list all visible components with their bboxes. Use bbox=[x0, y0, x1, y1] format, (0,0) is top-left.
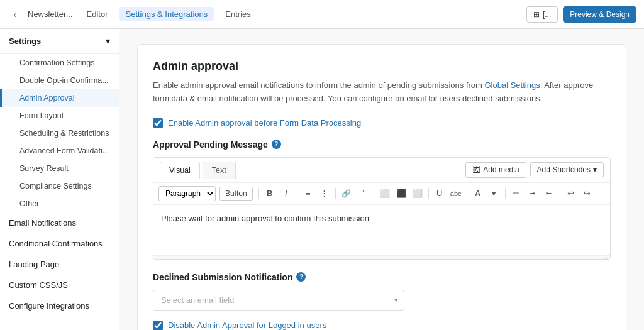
sidebar-item-configure-integrations[interactable]: Configure Integrations bbox=[0, 295, 119, 316]
global-settings-link[interactable]: Global Settings bbox=[485, 80, 540, 90]
enable-checkbox-row: Enable Admin approval before Form Data P… bbox=[153, 118, 611, 128]
toolbar-undo-button[interactable]: ↩ bbox=[564, 186, 579, 201]
resize-icon: ⌟ bbox=[604, 254, 608, 260]
disable-checkbox-row: Disable Admin Approval for Logged in use… bbox=[153, 321, 611, 330]
declined-section-title: Declined Submission Notification ? bbox=[153, 272, 611, 282]
main-layout: Settings ▾ Confirmation Settings Double … bbox=[0, 29, 644, 330]
sidebar-item-double-optin[interactable]: Double Opt-in Confirma... bbox=[0, 72, 119, 89]
enable-admin-approval-label[interactable]: Enable Admin approval before Form Data P… bbox=[168, 118, 361, 128]
editor-body[interactable]: Please wait for admin approval to confir… bbox=[153, 205, 610, 255]
toolbar-blockquote-button[interactable]: " bbox=[355, 186, 370, 201]
tab-entries[interactable]: Entries bbox=[219, 7, 257, 21]
sidebar-title: Settings bbox=[9, 36, 41, 46]
nav-action-buttons: ⊞ [... Preview & Design bbox=[526, 6, 636, 23]
main-content: Admin approval Enable admin approval ema… bbox=[119, 29, 644, 330]
toolbar-font-color-button[interactable]: A bbox=[470, 186, 486, 201]
toolbar-highlight-button[interactable]: ▾ bbox=[487, 186, 502, 201]
sidebar-item-confirmation-settings[interactable]: Confirmation Settings bbox=[0, 54, 119, 72]
sidebar-item-survey-result[interactable]: Survey Result bbox=[0, 160, 119, 177]
page-title: Admin approval bbox=[153, 60, 611, 73]
toolbar-bold-button[interactable]: B bbox=[262, 186, 277, 201]
sidebar-item-compliance[interactable]: Compliance Settings bbox=[0, 177, 119, 195]
declined-help-icon[interactable]: ? bbox=[296, 272, 306, 282]
add-media-button[interactable]: 🖼 Add media bbox=[465, 162, 526, 178]
toolbar-separator-8 bbox=[560, 188, 560, 199]
toolbar-align-left-button[interactable]: ⬜ bbox=[377, 186, 392, 201]
tab-editor[interactable]: Editor bbox=[80, 7, 114, 21]
sidebar-item-custom-css-js[interactable]: Custom CSS/JS bbox=[0, 275, 119, 295]
tab-settings-integrations[interactable]: Settings & Integrations bbox=[119, 7, 214, 21]
editor-resize-handle[interactable]: ⌟ bbox=[153, 255, 610, 259]
approval-pending-editor: Visual Text 🖼 Add media Add Shortcodes ▾ bbox=[153, 157, 611, 260]
sidebar-item-landing-page[interactable]: Landing Page bbox=[0, 254, 119, 275]
shortcodes-chevron-icon: ▾ bbox=[593, 165, 597, 174]
preview-design-button[interactable]: Preview & Design bbox=[563, 6, 636, 23]
icon-btn-icon: ⊞ bbox=[533, 10, 540, 19]
toolbar-ol-button[interactable]: ⋮ bbox=[317, 186, 332, 201]
sidebar-item-other[interactable]: Other bbox=[0, 195, 119, 212]
toolbar-align-right-button[interactable]: ⬜ bbox=[410, 186, 425, 201]
approval-pending-section-title: Approval Pending Message ? bbox=[153, 140, 611, 150]
sidebar-item-advanced-validation[interactable]: Advanced Form Validati... bbox=[0, 142, 119, 160]
approval-pending-help-icon[interactable]: ? bbox=[272, 140, 281, 149]
toolbar-redo-button[interactable]: ↪ bbox=[580, 186, 595, 201]
disable-admin-approval-label[interactable]: Disable Admin Approval for Logged in use… bbox=[168, 321, 326, 330]
toolbar-separator-1 bbox=[258, 188, 259, 199]
app-title: Newsletter... bbox=[28, 9, 73, 19]
add-media-icon: 🖼 bbox=[472, 165, 480, 175]
disable-admin-approval-checkbox[interactable] bbox=[153, 321, 163, 330]
toolbar-separator-3 bbox=[335, 188, 336, 199]
sidebar-item-conditional-confirmations[interactable]: Conditional Confirmations bbox=[0, 233, 119, 254]
top-navigation: ‹ Newsletter... Editor Settings & Integr… bbox=[0, 0, 644, 29]
toolbar-pencil-button[interactable]: ✏ bbox=[509, 186, 524, 201]
enable-admin-approval-checkbox[interactable] bbox=[153, 118, 163, 128]
collapse-icon[interactable]: ▾ bbox=[106, 36, 110, 46]
editor-right-buttons: 🖼 Add media Add Shortcodes ▾ bbox=[465, 162, 604, 178]
email-field-select-wrapper: Select an email field ▾ bbox=[153, 290, 404, 311]
toolbar-link-button[interactable]: 🔗 bbox=[339, 186, 354, 201]
toolbar-outdent-button[interactable]: ⇤ bbox=[541, 186, 557, 201]
paragraph-select[interactable]: Paragraph bbox=[158, 186, 216, 201]
sidebar-item-scheduling[interactable]: Scheduling & Restrictions bbox=[0, 124, 119, 142]
toolbar-separator-5 bbox=[428, 188, 429, 199]
sidebar-item-form-layout[interactable]: Form Layout bbox=[0, 107, 119, 124]
sidebar-header: Settings ▾ bbox=[0, 29, 119, 54]
toolbar-button-label[interactable]: Button bbox=[219, 187, 253, 201]
toolbar-ul-button[interactable]: ≡ bbox=[301, 186, 316, 201]
editor-toolbar: Paragraph Button B I ≡ ⋮ 🔗 " ⬜ ⬛ ⬜ bbox=[153, 183, 610, 205]
toolbar-indent-button[interactable]: ⇥ bbox=[525, 186, 540, 201]
toolbar-italic-button[interactable]: I bbox=[279, 186, 294, 201]
icon-btn[interactable]: ⊞ [... bbox=[526, 6, 558, 23]
editor-tab-text[interactable]: Text bbox=[203, 162, 236, 179]
toolbar-separator-7 bbox=[505, 188, 506, 199]
editor-tab-visual[interactable]: Visual bbox=[160, 162, 200, 179]
page-description: Enable admin approval email notification… bbox=[153, 79, 611, 106]
toolbar-separator-6 bbox=[467, 188, 467, 199]
toolbar-strikethrough-button[interactable]: abc bbox=[448, 186, 464, 201]
toolbar-underline-button[interactable]: U bbox=[432, 186, 447, 201]
sidebar: Settings ▾ Confirmation Settings Double … bbox=[0, 29, 119, 330]
toolbar-separator-2 bbox=[297, 188, 297, 199]
email-field-select[interactable]: Select an email field bbox=[153, 290, 404, 311]
sidebar-item-admin-approval[interactable]: Admin Approval bbox=[0, 89, 119, 107]
toolbar-align-center-button[interactable]: ⬛ bbox=[394, 186, 409, 201]
sidebar-item-email-notifications[interactable]: Email Notifications bbox=[0, 212, 119, 233]
content-card: Admin approval Enable admin approval ema… bbox=[137, 44, 626, 330]
toolbar-separator-4 bbox=[374, 188, 374, 199]
icon-btn-label: [... bbox=[543, 10, 551, 19]
back-button[interactable]: ‹ bbox=[8, 7, 23, 22]
add-shortcodes-button[interactable]: Add Shortcodes ▾ bbox=[530, 162, 604, 177]
